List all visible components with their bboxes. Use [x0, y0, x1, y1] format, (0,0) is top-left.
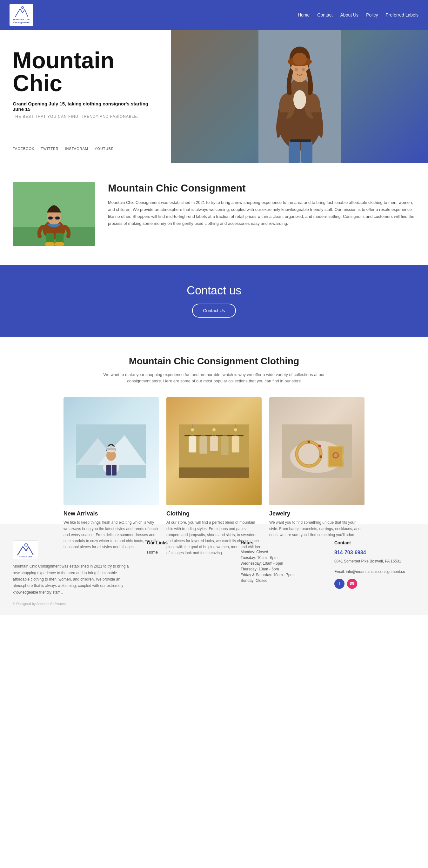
- footer-credit: © Designed by Anontoc Softwares: [13, 602, 134, 606]
- svg-rect-26: [48, 217, 53, 219]
- footer-hours-sunday: Sunday: Closed: [241, 578, 322, 583]
- about-kid-illustration: [13, 182, 95, 246]
- hero-tagline: THE BEST THAT YOU CAN FIND. TRENDY AND F…: [13, 114, 158, 119]
- footer-contact-col: Contact 814-703-6934 8841 Somerset Pike …: [334, 540, 415, 606]
- hero-photo: [171, 30, 428, 163]
- svg-rect-44: [199, 436, 207, 454]
- svg-point-64: [320, 456, 322, 458]
- about-title: Mountain Chic Consignment: [108, 182, 415, 194]
- svg-line-3: [24, 7, 24, 7]
- svg-rect-46: [210, 436, 218, 451]
- svg-rect-11: [290, 140, 311, 142]
- footer-phone: 814-703-6934: [334, 550, 415, 556]
- card-jewelry: Jewelry We want you to find something un…: [269, 397, 364, 505]
- svg-line-73: [27, 544, 28, 545]
- svg-rect-27: [55, 217, 60, 219]
- footer-hours-friday: Friday & Saturday: 10am - 7pm: [241, 572, 322, 577]
- clothing-cards: New Arrivals We like to keep things fres…: [13, 397, 415, 505]
- footer-brand-description: Mountain Chic Consignment was establishe…: [13, 563, 134, 595]
- hero-model-illustration: [259, 30, 341, 163]
- hero-left: Mountain Chic Grand Opening July 15, tak…: [0, 30, 171, 163]
- contact-banner-title: Contact us: [6, 284, 422, 297]
- svg-rect-33: [106, 465, 111, 476]
- clothing-illustration: [179, 423, 249, 480]
- footer-link-home[interactable]: Home: [147, 550, 228, 555]
- about-text: Mountain Chic Consignment was establishe…: [108, 199, 415, 227]
- svg-rect-9: [289, 141, 300, 163]
- contact-us-button[interactable]: Contact Us: [192, 304, 236, 318]
- svg-point-53: [212, 428, 216, 431]
- clothing-section: Mountain Chic Consignment Clothing We wa…: [0, 337, 428, 525]
- card-jewelry-desc: We want you to find something unique tha…: [269, 520, 364, 538]
- footer-email: Email: info@mountainchicconsignment.co: [334, 568, 415, 575]
- svg-point-0: [22, 7, 24, 8]
- footer-instagram-button[interactable]: ☎: [347, 579, 357, 589]
- new-arrivals-illustration: [76, 423, 146, 480]
- about-content: Mountain Chic Consignment Mountain Chic …: [108, 182, 415, 227]
- footer-brand: Mountain Chic Mountain Chic Consignment …: [13, 540, 134, 606]
- card-new-arrivals-name: New Arrivals: [64, 510, 159, 517]
- svg-point-38: [110, 445, 112, 448]
- card-jewelry-name: Jewelry: [269, 510, 364, 517]
- hero-social-links: FACEBOOK TWITTER INSTAGRAM YOUTUBE: [13, 147, 158, 151]
- nav-logo[interactable]: Mountain ChicConsignment: [9, 4, 33, 26]
- logo-text: Mountain ChicConsignment: [13, 19, 30, 24]
- svg-point-62: [307, 440, 310, 443]
- footer-contact-title: Contact: [334, 540, 415, 545]
- svg-rect-42: [189, 436, 196, 453]
- footer-links-col: Our Links Home: [147, 540, 228, 606]
- nav-links: Home Contact About Us Policy Preferred L…: [298, 12, 419, 18]
- svg-line-2: [21, 7, 22, 7]
- card-clothing-image: [166, 397, 262, 505]
- footer-hours-thursday: Thursday: 10am - 6pm: [241, 567, 322, 571]
- card-new-arrivals-image: [64, 397, 159, 505]
- about-section: Mountain Chic Consignment Mountain Chic …: [0, 163, 428, 265]
- about-image: [13, 182, 95, 246]
- svg-point-17: [302, 68, 305, 71]
- card-jewelry-image: [269, 397, 364, 505]
- footer-logo-icon: Mountain Chic: [16, 542, 35, 558]
- social-twitter[interactable]: TWITTER: [41, 147, 59, 151]
- social-instagram[interactable]: INSTAGRAM: [65, 147, 88, 151]
- nav-link-home[interactable]: Home: [298, 12, 309, 18]
- svg-point-12: [293, 90, 306, 109]
- svg-rect-34: [112, 465, 117, 476]
- svg-rect-37: [106, 448, 116, 451]
- hero-image: [171, 30, 428, 163]
- nav-link-contact[interactable]: Contact: [317, 12, 332, 18]
- nav-link-policy[interactable]: Policy: [366, 12, 378, 18]
- card-clothing: Clothing At our store, you will find a p…: [166, 397, 262, 505]
- contact-banner-section: Contact us Contact Us: [0, 265, 428, 337]
- card-new-arrivals: New Arrivals We like to keep things fres…: [64, 397, 159, 505]
- hero-section: Mountain Chic Grand Opening July 15, tak…: [0, 30, 428, 163]
- svg-point-63: [318, 445, 321, 447]
- footer-logo: Mountain Chic: [13, 540, 38, 559]
- navbar: Mountain ChicConsignment Home Contact Ab…: [0, 0, 428, 30]
- footer-hours-tuesday: Tuesday: 10am - 6pm: [241, 556, 322, 560]
- footer-hours-monday: Monday: Closed: [241, 550, 322, 554]
- hero-subtitle: Grand Opening July 15, taking clothing c…: [13, 101, 158, 112]
- svg-rect-50: [232, 436, 239, 453]
- svg-rect-51: [179, 467, 249, 478]
- footer-address: 8841 Somerset Pike Boswell, PA 15531: [334, 558, 415, 564]
- footer-links-title: Our Links: [147, 540, 228, 545]
- card-clothing-name: Clothing: [166, 510, 262, 517]
- footer-hours-title: Hours: [241, 540, 322, 545]
- footer-facebook-button[interactable]: f: [334, 579, 344, 589]
- footer-hours-wednesday: Wednesday: 10am - 6pm: [241, 561, 322, 566]
- footer-social-icons: f ☎: [334, 579, 415, 589]
- svg-point-52: [191, 428, 194, 431]
- svg-point-16: [295, 68, 298, 71]
- hero-title: Mountain Chic: [13, 49, 158, 95]
- svg-text:Mountain Chic: Mountain Chic: [19, 556, 32, 558]
- clothing-section-desc: We want to make your shopping experience…: [103, 372, 325, 385]
- clothing-section-title: Mountain Chic Consignment Clothing: [13, 356, 415, 367]
- svg-line-72: [24, 544, 25, 545]
- nav-link-preferred[interactable]: Preferred Labels: [386, 12, 419, 18]
- svg-rect-10: [301, 141, 312, 163]
- svg-point-15: [293, 53, 307, 65]
- svg-point-70: [25, 544, 27, 546]
- social-youtube[interactable]: YOUTUBE: [95, 147, 114, 151]
- nav-link-about[interactable]: About Us: [340, 12, 359, 18]
- social-facebook[interactable]: FACEBOOK: [13, 147, 35, 151]
